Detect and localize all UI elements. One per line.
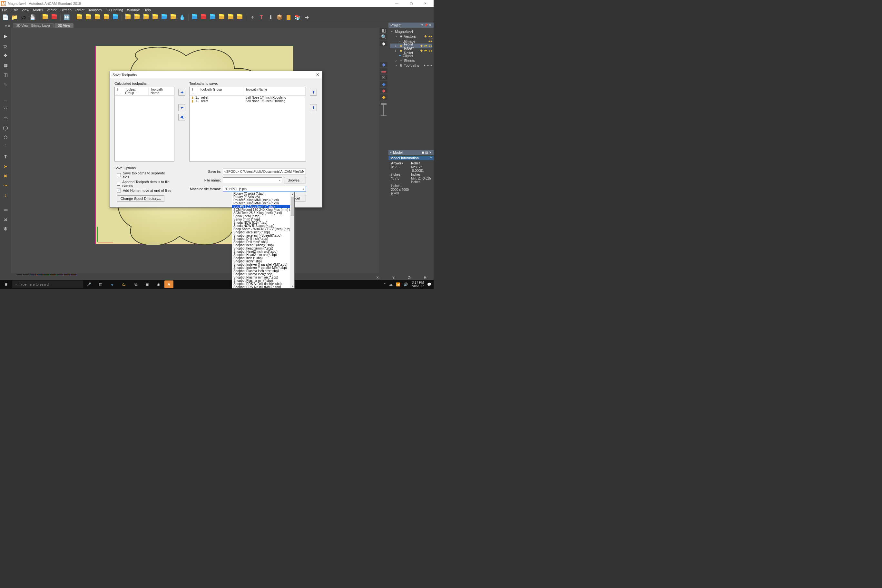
dropdown-option[interactable]: Shoda NCW 516 arcs (*.tap) (232, 224, 294, 228)
scroll-down-icon[interactable]: ▾ (290, 284, 295, 288)
explorer-icon[interactable]: 🗂 (118, 280, 130, 289)
task-view-icon[interactable]: ◫ (95, 280, 106, 289)
toolbar-icon[interactable] (152, 14, 159, 21)
menu-edit[interactable]: Edit (12, 8, 18, 12)
toolbar-icon[interactable]: T (258, 14, 265, 21)
tree-item[interactable]: ✦Clipart (390, 53, 432, 58)
dropdown-option[interactable]: Routech Xilog MMI (inch) (*.xxl) (232, 199, 294, 202)
model-panel-header[interactable]: ▪ Model▣ ▤ ✕ (388, 150, 434, 155)
dropdown-option[interactable]: Shop Sabre - WinCNC TC 2 (inch) (*.tap) (232, 228, 294, 231)
dropdown-option[interactable]: Shopbot PRS AirDrill (inch)(*.sbp) (232, 282, 294, 286)
toolbar-icon[interactable] (285, 14, 292, 21)
toolbar-icon[interactable] (236, 14, 243, 21)
rp-icon[interactable]: ⊡ (380, 75, 387, 80)
menu-vector[interactable]: Vector (46, 8, 56, 12)
menu-file[interactable]: File (2, 8, 8, 12)
dropdown-option[interactable]: Shopbot Plasma inch arc(*.sbp) (232, 270, 294, 273)
move-up-button[interactable]: ⬆ (310, 88, 317, 96)
grid-tool-icon[interactable]: ▦ (2, 62, 9, 68)
toolbar-icon[interactable] (227, 14, 234, 21)
change-spool-button[interactable]: Change Spool Directory... (117, 195, 164, 202)
dropdown-option[interactable]: Shopbot Head2 mm arc(*.sbp) (232, 254, 294, 256)
app-icon[interactable]: ▣ (141, 280, 153, 289)
toolbar-icon[interactable]: 📦 (276, 14, 283, 21)
list-item[interactable]: ▮1.. relief Ball Nose 1/4 Inch Roughing (189, 96, 306, 99)
tray-wifi-icon[interactable]: 📶 (396, 282, 400, 286)
menu-model[interactable]: Model (33, 8, 42, 12)
dropdown-option[interactable]: Shopbot Head2 inch arc(*.sbp) (232, 250, 294, 254)
toolbar-icon[interactable]: 🗂 (20, 14, 27, 21)
dropdown-option[interactable]: SCM Tech 25 Z Xilog (Inch) (*.xxl) (232, 212, 294, 215)
browse-button[interactable]: Browse... (284, 177, 306, 183)
nest-tool-icon[interactable]: ⊡ (2, 216, 9, 222)
machine-format-dropdown[interactable]: Rotary (X-axis) (*.tap)Rotary (Y Axis->A… (232, 192, 295, 288)
toolbar-icon[interactable]: 📁 (11, 14, 18, 21)
tab-3d-view[interactable]: 3D View (54, 23, 74, 28)
rp-icon[interactable]: ◆ (380, 81, 387, 86)
rp-icon[interactable]: ◆ (380, 62, 387, 67)
polygon-tool-icon[interactable]: ⬠ (2, 134, 9, 141)
rp-layer-icon[interactable]: ◆ (380, 41, 387, 46)
menu-window[interactable]: Window (127, 8, 140, 12)
close-window-button[interactable]: ✕ (418, 0, 432, 7)
toolbar-icon[interactable] (124, 14, 132, 21)
toolbar-icon[interactable] (112, 14, 119, 21)
tree-root[interactable]: ▪Magnoliav4 (390, 29, 432, 34)
toolbar-icon[interactable] (218, 14, 225, 21)
arrow-tool-icon[interactable]: ➤ (2, 163, 9, 170)
toolbar-icon[interactable]: 💾 (29, 14, 36, 21)
rp-cube-icon[interactable]: ◧ (380, 28, 387, 33)
artcam-taskbar-icon[interactable]: A (164, 280, 173, 288)
line-tool-icon[interactable]: ⎯ (2, 95, 9, 102)
dropdown-option[interactable]: Shopbot arcs(inch)(*.sbp) (232, 231, 294, 234)
menu-bitmap[interactable]: Bitmap (61, 8, 72, 12)
toolbar-icon[interactable] (76, 14, 83, 21)
toolbar-icon[interactable] (200, 14, 207, 21)
toolbar-icon[interactable] (103, 14, 110, 21)
rp-search-icon[interactable]: 🔍 (380, 34, 387, 39)
toolbar-icon[interactable] (160, 14, 168, 21)
close-icon[interactable]: ✕ (429, 24, 432, 27)
toolbar-icon[interactable]: 📚 (294, 14, 301, 21)
menu-view[interactable]: View (22, 8, 29, 12)
chrome-icon[interactable]: ◉ (153, 280, 164, 289)
dropdown-option[interactable]: Shopbot Indexer Y-parallel MM(*.sbp) (232, 266, 294, 270)
toolbar-icon[interactable] (170, 14, 177, 21)
dropdown-option[interactable]: Shopbot PRS AirDrill (MM)(*.sbp) (232, 286, 294, 288)
curve-tool-icon[interactable]: 〰 (2, 105, 9, 111)
chk-separate-files[interactable]: Save toolpaths to separate files (117, 171, 172, 179)
help-icon[interactable]: ? (422, 24, 423, 27)
tree-item[interactable]: ▹▫Sheets (390, 58, 432, 63)
tab-close-controls[interactable]: ▾ ✕ (5, 24, 10, 28)
gear-tool-icon[interactable]: ❋ (2, 226, 9, 232)
toolbar-icon[interactable] (51, 14, 58, 21)
toolbar-icon[interactable] (209, 14, 216, 21)
dropdown-option[interactable]: Shopbot head 2(mm)(*.sbp) (232, 247, 294, 250)
move-all-left-button[interactable]: ⮜ (178, 114, 185, 121)
taskbar-clock[interactable]: 3:17 PM 7/8/2017 (411, 281, 424, 288)
edge-icon[interactable]: e (106, 280, 118, 289)
toolbar-icon[interactable] (85, 14, 92, 21)
rp-icon[interactable]: ◆ (380, 88, 387, 93)
tree-item[interactable]: ▹★Back Relief✚ ⇄ ♦♦ (390, 48, 432, 53)
scroll-up-icon[interactable]: ▴ (290, 192, 295, 196)
dropdown-option[interactable]: Shopbot inch (*.sbp) (232, 256, 294, 260)
toolbar-icon[interactable]: ⌖ (249, 14, 256, 21)
project-tree[interactable]: ▪Magnoliav4 ▹◈Vectors✚ ♦♦ ▫Bitmaps♦♦ ▹★F… (388, 28, 434, 69)
arc-tool-icon[interactable]: ⌒ (2, 144, 9, 150)
tray-volume-icon[interactable]: 🔊 (404, 282, 408, 286)
menu-help[interactable]: Help (144, 8, 151, 12)
dropdown-option[interactable]: Routech Xilog MMI (inch) (*.xxl) (232, 202, 294, 205)
file-name-input[interactable]: ▾ (223, 177, 282, 183)
toolbar-icon[interactable] (134, 14, 141, 21)
toolbar-icon[interactable] (94, 14, 101, 21)
dropdown-option[interactable]: Shopbot Indexer X-parallel MM(*.sbp) (232, 263, 294, 266)
toolbar-icon[interactable]: ➔ (303, 14, 310, 21)
dropdown-option[interactable]: Sbc PA TC Arcs (mm) (*.sbc) (232, 205, 294, 208)
menu-relief[interactable]: Relief (75, 8, 84, 12)
menu-3d-printing[interactable]: 3D Printing (105, 8, 123, 12)
dropdown-option[interactable]: Shopbot Drill inch(*.sbp) (232, 237, 294, 240)
list-item[interactable]: ▮1.. relief Ball Nose 1/8 Inch Finishing (189, 99, 306, 103)
node-tool-icon[interactable]: ▷ (1, 42, 10, 50)
maximize-button[interactable]: ▢ (404, 0, 418, 7)
